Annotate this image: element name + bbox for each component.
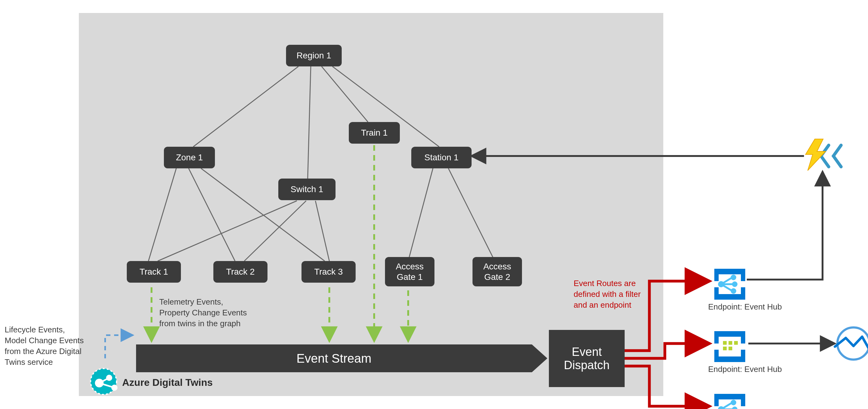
node-track3: Track 3 [302, 261, 355, 283]
node-label: Access Gate 2 [483, 261, 511, 282]
diagram-canvas: Region 1 Zone 1 Train 1 Station 1 Switch… [0, 0, 868, 409]
node-gate1: Access Gate 1 [385, 257, 434, 286]
svg-rect-41 [734, 341, 738, 345]
node-track1: Track 1 [127, 261, 181, 283]
node-region1: Region 1 [286, 45, 342, 66]
svg-rect-38 [741, 350, 745, 359]
svg-point-55 [733, 407, 737, 409]
endpoint-eventgrid-icon [714, 394, 745, 409]
svg-rect-33 [714, 331, 745, 337]
svg-line-26 [721, 278, 731, 284]
annotation-lifecycle: Lifecycle Events, Model Change Events fr… [5, 325, 97, 368]
svg-rect-36 [741, 334, 745, 343]
svg-line-50 [721, 403, 731, 409]
node-track2: Track 2 [213, 261, 268, 283]
node-label: Region 1 [297, 50, 331, 61]
svg-rect-24 [714, 287, 719, 297]
azure-functions-icon [806, 139, 841, 171]
node-station1: Station 1 [411, 147, 472, 168]
svg-rect-47 [741, 397, 745, 406]
svg-rect-39 [723, 341, 727, 345]
svg-rect-44 [714, 394, 745, 400]
svg-point-57 [837, 328, 868, 360]
svg-rect-42 [723, 347, 727, 350]
svg-rect-22 [714, 272, 719, 281]
node-label: Track 1 [140, 267, 168, 277]
azure-digital-twins-label: Azure Digital Twins [122, 377, 213, 388]
svg-rect-37 [714, 350, 719, 359]
node-label: Zone 1 [176, 152, 203, 163]
svg-rect-43 [728, 347, 732, 350]
event-stream-label: Event Stream [297, 351, 371, 366]
node-zone1: Zone 1 [164, 147, 215, 168]
svg-point-30 [732, 276, 735, 279]
endpoint-eventhub-icon-2 [714, 331, 745, 362]
svg-rect-23 [741, 272, 745, 281]
svg-point-32 [732, 289, 735, 293]
svg-line-28 [721, 284, 731, 291]
svg-point-29 [719, 282, 723, 286]
node-label: Station 1 [424, 152, 459, 163]
node-label: Access Gate 1 [396, 261, 424, 282]
svg-point-54 [732, 401, 735, 404]
svg-rect-25 [741, 287, 745, 297]
node-train1: Train 1 [349, 122, 400, 144]
svg-rect-35 [714, 334, 719, 343]
tsi-icon [835, 328, 868, 360]
svg-point-31 [733, 282, 737, 286]
svg-rect-21 [714, 294, 745, 300]
node-label: Switch 1 [291, 184, 323, 195]
node-gate2: Access Gate 2 [472, 257, 522, 286]
svg-rect-46 [714, 397, 719, 406]
endpoint-eventhub-icon-1 [714, 269, 745, 300]
event-stream-bar: Event Stream [136, 344, 532, 372]
annotation-telemetry: Telemetry Events, Property Change Events… [159, 297, 265, 329]
node-label: Train 1 [361, 128, 388, 138]
svg-marker-19 [806, 139, 826, 171]
svg-rect-34 [714, 356, 745, 362]
node-label: Track 3 [314, 267, 343, 277]
svg-rect-40 [728, 341, 732, 345]
svg-point-53 [719, 407, 723, 409]
event-dispatch-box: Event Dispatch [549, 330, 625, 387]
svg-rect-20 [714, 269, 745, 274]
node-label: Track 2 [226, 267, 254, 277]
annotation-routes: Event Routes are defined with a filter a… [574, 278, 660, 310]
node-switch1: Switch 1 [278, 178, 336, 200]
endpoint-eventhub-1-label: Endpoint: Event Hub [708, 302, 782, 312]
endpoint-eventhub-2-label: Endpoint: Event Hub [708, 365, 782, 374]
event-dispatch-label: Event Dispatch [564, 345, 610, 372]
